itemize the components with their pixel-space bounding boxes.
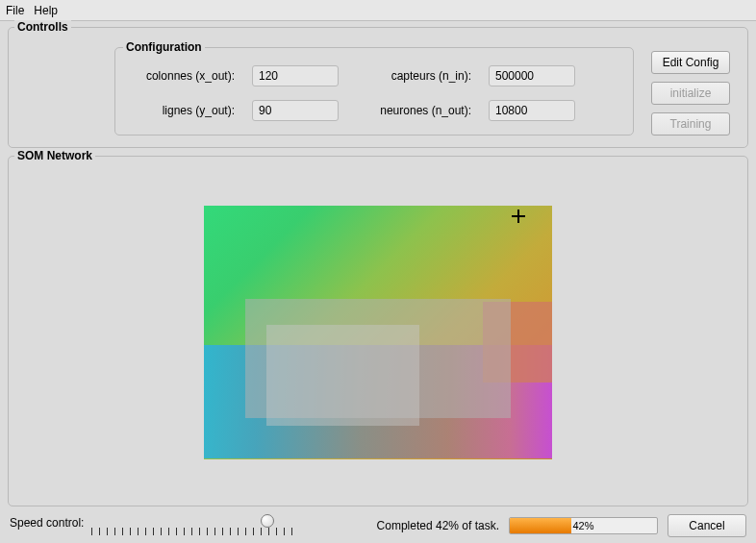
speed-label: Speed control: [10, 516, 84, 530]
footer: Speed control: Completed 42% of task. 42… [0, 508, 756, 543]
controls-buttons: Edit Config initialize Training [651, 47, 730, 136]
label-neurones: neurones (n_out): [356, 104, 471, 117]
speed-slider-knob[interactable] [261, 514, 274, 528]
label-lignes: lignes (y_out): [129, 104, 235, 117]
menu-file[interactable]: File [6, 4, 24, 17]
progress-status: Completed 42% of task. [377, 519, 499, 532]
menubar: File Help [0, 0, 756, 21]
som-canvas [204, 206, 552, 459]
configuration-title: Configuration [123, 40, 205, 54]
cancel-button[interactable]: Cancel [668, 514, 746, 537]
input-lignes[interactable] [252, 100, 339, 121]
training-button: Training [651, 112, 730, 136]
som-cursor-icon [512, 210, 525, 223]
label-colonnes: colonnes (x_out): [129, 69, 235, 83]
som-network-group: SOM Network [8, 156, 748, 506]
som-network-title: SOM Network [14, 149, 95, 162]
progress-bar: 42% [509, 517, 658, 534]
edit-config-button[interactable]: Edit Config [651, 51, 730, 74]
input-colonnes[interactable] [252, 65, 339, 86]
menu-help[interactable]: Help [34, 4, 58, 17]
input-neurones[interactable] [489, 100, 575, 121]
controls-group: Controlls Configuration colonnes (x_out)… [8, 27, 748, 148]
configuration-group: Configuration colonnes (x_out): capteurs… [114, 47, 634, 136]
label-capteurs: capteurs (n_in): [356, 69, 471, 83]
controls-title: Controlls [14, 20, 71, 34]
initialize-button: initialize [651, 82, 730, 105]
progress-bar-text: 42% [510, 518, 657, 533]
input-capteurs[interactable] [489, 65, 575, 86]
speed-slider[interactable] [91, 516, 293, 535]
